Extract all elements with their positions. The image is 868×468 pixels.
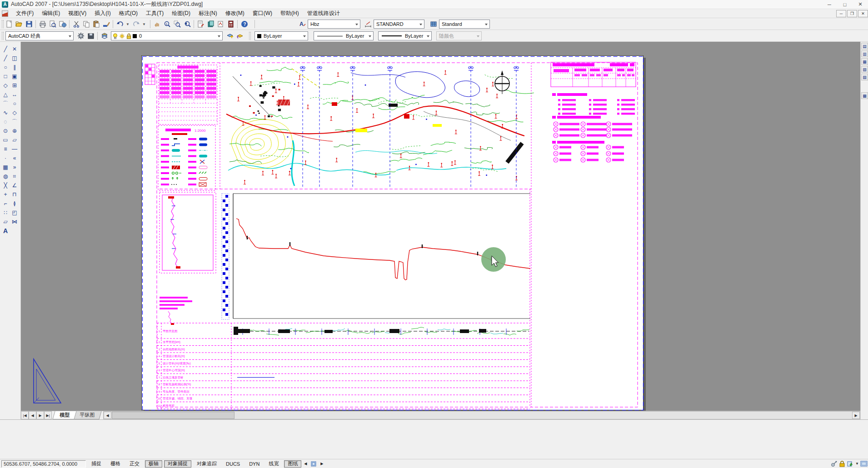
layout-paper-sheet[interactable]: 1:2000 平面示意图1水平里程(km)2自然地面标高(m)3管顶设计标高(m… — [141, 55, 644, 410]
draw-tool-button[interactable]: ╳ — [1, 181, 10, 190]
table-style-icon[interactable] — [429, 20, 438, 29]
text-style-icon[interactable]: A — [298, 20, 307, 29]
communication-center-icon[interactable] — [830, 460, 838, 468]
color-combo[interactable]: ByLayer — [254, 31, 308, 40]
viewport-prev-arrow[interactable]: ◀ — [301, 460, 309, 468]
draw-tool-button[interactable]: ▭ — [1, 135, 10, 144]
toggle-osnap[interactable]: 对象捕捉 — [164, 460, 191, 468]
properties-palette-button[interactable] — [196, 20, 205, 29]
toolbar-lock-icon[interactable] — [838, 460, 846, 468]
clean-screen-icon[interactable] — [846, 460, 854, 468]
toolbar-grip[interactable] — [2, 20, 4, 28]
lineweight-combo[interactable]: ByLayer — [378, 31, 432, 40]
docked-tool-button[interactable]: ▨ — [861, 74, 868, 80]
dim-style-icon[interactable] — [364, 20, 373, 29]
modify-tool-button[interactable]: — — [10, 144, 19, 154]
text-style-combo[interactable]: Hbz — [308, 20, 360, 29]
draw-tool-button[interactable]: ○ — [1, 63, 10, 72]
mdi-close-button[interactable]: ✕ — [858, 10, 868, 17]
workspace-combo[interactable]: AutoCAD 经典 — [5, 31, 74, 40]
plot-button[interactable] — [38, 20, 47, 29]
tab-model[interactable]: 模型 — [52, 411, 76, 419]
draw-tool-button[interactable]: ╱ — [1, 45, 10, 54]
draw-tool-button[interactable]: △ — [1, 90, 10, 99]
draw-tool-button[interactable]: ◌ — [1, 117, 10, 126]
modify-tool-button[interactable]: ○ — [10, 99, 19, 108]
open-button[interactable] — [15, 20, 24, 29]
modify-tool-button[interactable]: « — [10, 154, 19, 163]
publish-button[interactable] — [58, 20, 67, 29]
toolbar-grip[interactable] — [249, 32, 251, 40]
fullscreen-icon[interactable] — [860, 460, 868, 468]
redo-dropdown-arrow[interactable]: ▼ — [142, 20, 146, 29]
scroll-left-arrow[interactable]: ◀ — [104, 412, 111, 419]
toggle-ducs[interactable]: DUCS — [222, 460, 244, 468]
draw-tool-button[interactable]: · — [1, 154, 10, 163]
docked-tool-button[interactable]: ▩ — [861, 92, 868, 99]
quick-calc-button[interactable] — [226, 20, 235, 29]
help-button[interactable]: ? — [240, 20, 249, 29]
zoom-realtime-button[interactable]: ± — [163, 20, 172, 29]
modify-tool-button[interactable]: ◫ — [10, 54, 19, 63]
workspace-settings-icon[interactable] — [76, 31, 85, 40]
modify-tool-button[interactable] — [10, 226, 19, 235]
draw-tool-button[interactable]: ⌒ — [1, 99, 10, 108]
scrollbar-thumb[interactable] — [112, 412, 234, 419]
dim-style-combo[interactable]: STANDARD — [374, 20, 424, 29]
modify-tool-button[interactable]: ⊕ — [10, 126, 19, 135]
modify-tool-button[interactable]: ⌒ — [10, 117, 19, 126]
menu-edit[interactable]: 编辑(E) — [38, 9, 64, 18]
modify-tool-button[interactable]: ≬ — [10, 199, 19, 208]
match-properties-button[interactable] — [102, 20, 111, 29]
copy-button[interactable] — [82, 20, 91, 29]
zoom-previous-button[interactable] — [183, 20, 192, 29]
docked-tool-button[interactable]: ▤ — [861, 43, 868, 50]
redo-button[interactable] — [132, 20, 141, 29]
modify-tool-button[interactable]: ∥ — [10, 63, 19, 72]
toggle-lwt[interactable]: 线宽 — [265, 460, 282, 468]
zoom-window-button[interactable] — [173, 20, 182, 29]
draw-tool-button[interactable]: ◍ — [1, 172, 10, 181]
toggle-polar[interactable]: 极轴 — [145, 460, 162, 468]
tab-pingzongtu[interactable]: 平纵图 — [72, 411, 101, 419]
menu-window[interactable]: 窗口(W) — [249, 9, 276, 18]
modify-tool-button[interactable]: ↔ — [10, 90, 19, 99]
drawing-canvas[interactable]: 1:2000 平面示意图1水平里程(km)2自然地面标高(m)3管顶设计标高(m… — [21, 42, 860, 411]
markup-set-manager-button[interactable] — [216, 20, 225, 29]
last-tab-button[interactable]: ▶| — [44, 411, 52, 419]
toggle-grid[interactable]: 栅格 — [107, 460, 124, 468]
menu-file[interactable]: 文件(F) — [12, 9, 38, 18]
save-button[interactable] — [25, 20, 34, 29]
toolbar-grip[interactable] — [2, 32, 4, 40]
draw-tool-button[interactable]: A — [1, 226, 10, 235]
draw-tool-button[interactable]: ⊙ — [1, 126, 10, 135]
maximize-button[interactable]: □ — [837, 0, 853, 9]
layer-combo[interactable]: 0 — [111, 31, 223, 40]
toggle-dyn[interactable]: DYN — [245, 460, 263, 468]
viewport-sheet-icon[interactable] — [309, 460, 318, 468]
scroll-right-arrow[interactable]: ▶ — [852, 412, 860, 419]
undo-button[interactable] — [115, 20, 125, 29]
modify-tool-button[interactable]: ▱ — [10, 135, 19, 144]
menu-dimension[interactable]: 标注(N) — [195, 9, 221, 18]
menu-insert[interactable]: 插入(I) — [90, 9, 115, 18]
docked-tool-button[interactable]: ▦ — [861, 58, 868, 65]
viewport-next-arrow[interactable]: ▶ — [318, 460, 326, 468]
horizontal-scrollbar[interactable]: ◀ ▶ — [103, 411, 860, 419]
new-button[interactable] — [5, 20, 14, 29]
prev-tab-button[interactable]: ◀ — [29, 411, 36, 419]
docked-tool-button[interactable]: ▥ — [861, 50, 868, 57]
status-tray-menu-arrow[interactable]: ▼ — [854, 462, 860, 466]
make-object-layer-current-icon[interactable] — [225, 31, 234, 40]
draw-tool-button[interactable]: ▦ — [1, 163, 10, 172]
toggle-otrack[interactable]: 对象追踪 — [193, 460, 220, 468]
modify-tool-button[interactable]: ✕ — [10, 45, 19, 54]
layer-previous-icon[interactable] — [235, 31, 244, 40]
mdi-restore-button[interactable]: ❐ — [847, 10, 857, 17]
paste-button[interactable] — [92, 20, 101, 29]
draw-tool-button[interactable]: ∿ — [1, 108, 10, 117]
undo-dropdown-arrow[interactable]: ▼ — [125, 20, 130, 29]
toggle-snap[interactable]: 捕捉 — [88, 460, 105, 468]
modify-tool-button[interactable]: » — [10, 163, 19, 172]
minimize-button[interactable]: ─ — [822, 0, 837, 9]
